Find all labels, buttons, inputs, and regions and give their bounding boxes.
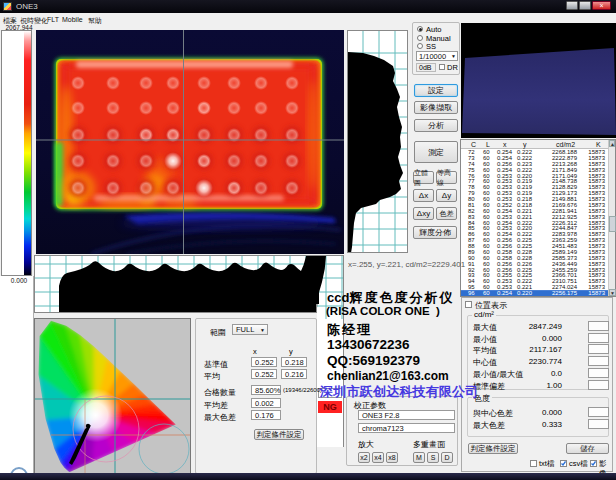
svg-text:K: K: [596, 141, 601, 148]
svg-text:60: 60: [483, 290, 490, 296]
svg-text:cd/m2: cd/m2: [556, 141, 575, 148]
svg-text:15873: 15873: [588, 290, 605, 296]
svg-text:C: C: [471, 141, 476, 148]
svg-text:L: L: [486, 141, 490, 148]
svg-text:2256.175: 2256.175: [552, 290, 578, 296]
svg-text:y: y: [523, 141, 527, 149]
svg-text:0.220: 0.220: [517, 290, 533, 296]
svg-text:96: 96: [468, 290, 475, 296]
svg-text:0.254: 0.254: [497, 290, 513, 296]
svg-text:x: x: [503, 141, 507, 148]
